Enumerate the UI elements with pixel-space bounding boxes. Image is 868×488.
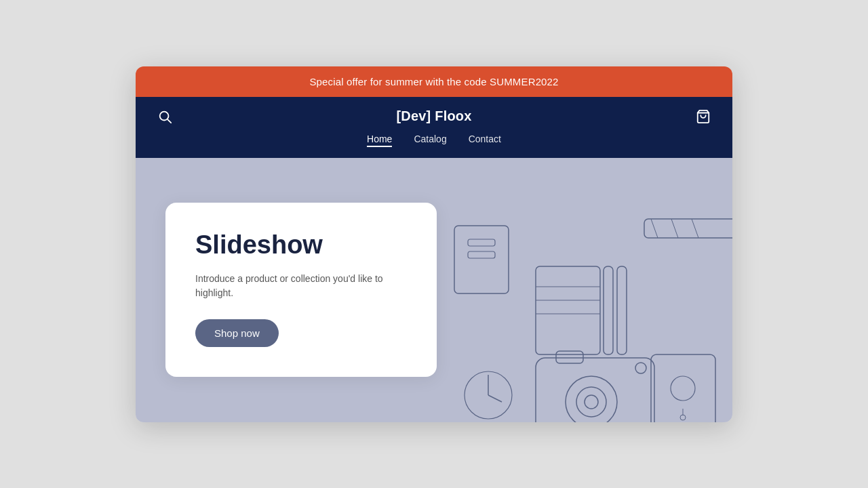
header-top: [Dev] Floox bbox=[157, 97, 711, 134]
svg-point-14 bbox=[635, 363, 646, 373]
svg-rect-35 bbox=[617, 266, 627, 354]
svg-rect-15 bbox=[454, 226, 509, 293]
svg-rect-34 bbox=[604, 266, 613, 354]
nav-item-contact[interactable]: Contact bbox=[469, 134, 501, 147]
svg-rect-30 bbox=[536, 266, 600, 354]
svg-line-20 bbox=[671, 219, 678, 238]
hero-section: Slideshow Introduce a product or collect… bbox=[136, 158, 732, 422]
svg-rect-18 bbox=[644, 219, 732, 238]
svg-point-12 bbox=[585, 395, 598, 409]
svg-line-21 bbox=[692, 219, 698, 238]
svg-point-23 bbox=[671, 376, 695, 401]
svg-rect-17 bbox=[468, 251, 495, 258]
announcement-bar: Special offer for summer with the code S… bbox=[136, 66, 732, 97]
site-logo[interactable]: [Dev] Floox bbox=[396, 108, 471, 124]
announcement-text: Special offer for summer with the code S… bbox=[309, 76, 558, 87]
search-button[interactable] bbox=[157, 109, 172, 124]
hero-title: Slideshow bbox=[195, 231, 407, 260]
browser-window: Special offer for summer with the code S… bbox=[136, 66, 732, 422]
svg-rect-16 bbox=[468, 239, 495, 246]
main-nav: Home Catalog Contact bbox=[367, 134, 501, 158]
cart-button[interactable] bbox=[696, 109, 711, 124]
svg-rect-13 bbox=[556, 351, 583, 363]
cart-icon bbox=[696, 109, 711, 124]
nav-item-catalog[interactable]: Catalog bbox=[414, 134, 446, 147]
hero-subtitle: Introduce a product or collection you'd … bbox=[195, 272, 407, 300]
svg-line-1 bbox=[168, 119, 172, 123]
svg-point-10 bbox=[566, 376, 617, 422]
search-icon bbox=[157, 109, 172, 124]
hero-card: Slideshow Introduce a product or collect… bbox=[165, 203, 437, 377]
svg-point-11 bbox=[576, 387, 606, 417]
svg-rect-9 bbox=[536, 358, 654, 422]
svg-point-25 bbox=[680, 415, 686, 420]
svg-line-19 bbox=[651, 219, 658, 238]
shop-now-button[interactable]: Shop now bbox=[195, 319, 279, 347]
svg-line-39 bbox=[488, 395, 502, 402]
nav-item-home[interactable]: Home bbox=[367, 134, 392, 147]
svg-point-0 bbox=[160, 111, 169, 120]
header: [Dev] Floox Home Catalog Contact bbox=[136, 97, 732, 158]
